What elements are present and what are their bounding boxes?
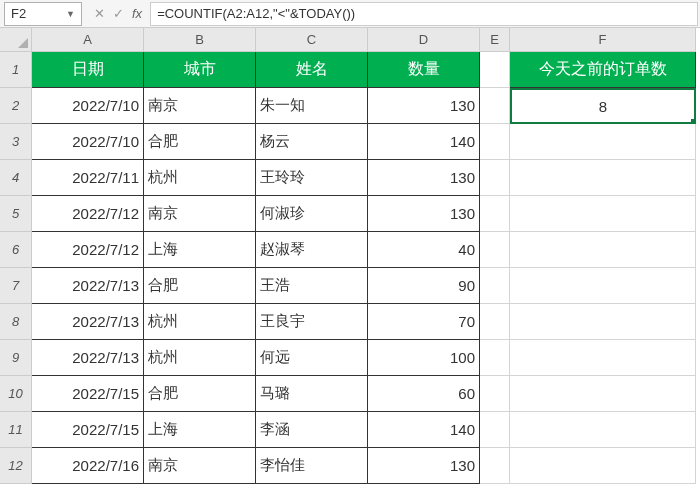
cell-e1[interactable]	[480, 52, 510, 88]
cell-date-4[interactable]: 2022/7/11	[32, 160, 144, 196]
cell-f12[interactable]	[510, 448, 696, 484]
cell-e11[interactable]	[480, 412, 510, 448]
cell-date-2[interactable]: 2022/7/10	[32, 88, 144, 124]
cell-f7[interactable]	[510, 268, 696, 304]
col-header-d[interactable]: D	[368, 28, 480, 52]
cell-city-12[interactable]: 南京	[144, 448, 256, 484]
fx-icon[interactable]: fx	[132, 6, 142, 21]
col-header-a[interactable]: A	[32, 28, 144, 52]
name-box-dropdown-icon[interactable]: ▼	[66, 9, 75, 19]
row-header-11[interactable]: 11	[0, 412, 32, 448]
select-all-corner[interactable]	[0, 28, 32, 52]
cell-city-9[interactable]: 杭州	[144, 340, 256, 376]
cell-qty-4[interactable]: 130	[368, 160, 480, 196]
cell-qty-3[interactable]: 140	[368, 124, 480, 160]
cell-city-3[interactable]: 合肥	[144, 124, 256, 160]
cell-name-7[interactable]: 王浩	[256, 268, 368, 304]
row-header-2[interactable]: 2	[0, 88, 32, 124]
cell-city-8[interactable]: 杭州	[144, 304, 256, 340]
cell-e12[interactable]	[480, 448, 510, 484]
col-header-b[interactable]: B	[144, 28, 256, 52]
column-header-row: A B C D E F	[0, 28, 700, 52]
cell-date-11[interactable]: 2022/7/15	[32, 412, 144, 448]
name-box[interactable]: F2 ▼	[4, 2, 82, 26]
row-header-7[interactable]: 7	[0, 268, 32, 304]
cell-f5[interactable]	[510, 196, 696, 232]
cell-e8[interactable]	[480, 304, 510, 340]
header-orders-before-today[interactable]: 今天之前的订单数	[510, 52, 696, 88]
cell-qty-2[interactable]: 130	[368, 88, 480, 124]
cell-name-12[interactable]: 李怡佳	[256, 448, 368, 484]
header-date[interactable]: 日期	[32, 52, 144, 88]
cell-name-4[interactable]: 王玲玲	[256, 160, 368, 196]
cell-e6[interactable]	[480, 232, 510, 268]
cell-qty-6[interactable]: 40	[368, 232, 480, 268]
formula-text: =COUNTIF(A2:A12,"<"&TODAY())	[157, 6, 355, 21]
grid: 1 日期 城市 姓名 数量 今天之前的订单数 2 2022/7/10 南京 朱一…	[0, 52, 700, 484]
row-header-5[interactable]: 5	[0, 196, 32, 232]
cell-name-3[interactable]: 杨云	[256, 124, 368, 160]
cell-name-9[interactable]: 何远	[256, 340, 368, 376]
header-city[interactable]: 城市	[144, 52, 256, 88]
header-qty[interactable]: 数量	[368, 52, 480, 88]
cell-qty-11[interactable]: 140	[368, 412, 480, 448]
col-header-e[interactable]: E	[480, 28, 510, 52]
row-header-1[interactable]: 1	[0, 52, 32, 88]
row-header-8[interactable]: 8	[0, 304, 32, 340]
cell-city-11[interactable]: 上海	[144, 412, 256, 448]
header-name[interactable]: 姓名	[256, 52, 368, 88]
cell-city-5[interactable]: 南京	[144, 196, 256, 232]
row-header-6[interactable]: 6	[0, 232, 32, 268]
cell-city-7[interactable]: 合肥	[144, 268, 256, 304]
cell-f9[interactable]	[510, 340, 696, 376]
cell-city-10[interactable]: 合肥	[144, 376, 256, 412]
row-header-12[interactable]: 12	[0, 448, 32, 484]
cell-name-6[interactable]: 赵淑琴	[256, 232, 368, 268]
cell-f3[interactable]	[510, 124, 696, 160]
cell-city-4[interactable]: 杭州	[144, 160, 256, 196]
cell-f2-selected[interactable]: 8	[510, 88, 696, 124]
row-header-10[interactable]: 10	[0, 376, 32, 412]
formula-input[interactable]: =COUNTIF(A2:A12,"<"&TODAY())	[150, 2, 698, 26]
cell-qty-10[interactable]: 60	[368, 376, 480, 412]
cell-date-6[interactable]: 2022/7/12	[32, 232, 144, 268]
cell-qty-7[interactable]: 90	[368, 268, 480, 304]
cell-f11[interactable]	[510, 412, 696, 448]
cell-e7[interactable]	[480, 268, 510, 304]
cell-qty-12[interactable]: 130	[368, 448, 480, 484]
cell-f4[interactable]	[510, 160, 696, 196]
cell-name-10[interactable]: 马璐	[256, 376, 368, 412]
cell-name-11[interactable]: 李涵	[256, 412, 368, 448]
fill-handle[interactable]	[691, 119, 696, 124]
cell-name-2[interactable]: 朱一知	[256, 88, 368, 124]
cell-city-2[interactable]: 南京	[144, 88, 256, 124]
cell-f6[interactable]	[510, 232, 696, 268]
row-header-4[interactable]: 4	[0, 160, 32, 196]
cell-date-10[interactable]: 2022/7/15	[32, 376, 144, 412]
cell-e10[interactable]	[480, 376, 510, 412]
cell-date-7[interactable]: 2022/7/13	[32, 268, 144, 304]
cell-e4[interactable]	[480, 160, 510, 196]
cancel-icon: ✕	[94, 6, 105, 21]
row-header-9[interactable]: 9	[0, 340, 32, 376]
cell-name-5[interactable]: 何淑珍	[256, 196, 368, 232]
cell-date-9[interactable]: 2022/7/13	[32, 340, 144, 376]
col-header-f[interactable]: F	[510, 28, 696, 52]
cell-e9[interactable]	[480, 340, 510, 376]
cell-e5[interactable]	[480, 196, 510, 232]
cell-date-8[interactable]: 2022/7/13	[32, 304, 144, 340]
cell-date-5[interactable]: 2022/7/12	[32, 196, 144, 232]
cell-qty-5[interactable]: 130	[368, 196, 480, 232]
cell-qty-8[interactable]: 70	[368, 304, 480, 340]
cell-qty-9[interactable]: 100	[368, 340, 480, 376]
cell-name-8[interactable]: 王良宇	[256, 304, 368, 340]
cell-e3[interactable]	[480, 124, 510, 160]
cell-date-3[interactable]: 2022/7/10	[32, 124, 144, 160]
cell-date-12[interactable]: 2022/7/16	[32, 448, 144, 484]
cell-e2[interactable]	[480, 88, 510, 124]
col-header-c[interactable]: C	[256, 28, 368, 52]
cell-city-6[interactable]: 上海	[144, 232, 256, 268]
cell-f8[interactable]	[510, 304, 696, 340]
row-header-3[interactable]: 3	[0, 124, 32, 160]
cell-f10[interactable]	[510, 376, 696, 412]
